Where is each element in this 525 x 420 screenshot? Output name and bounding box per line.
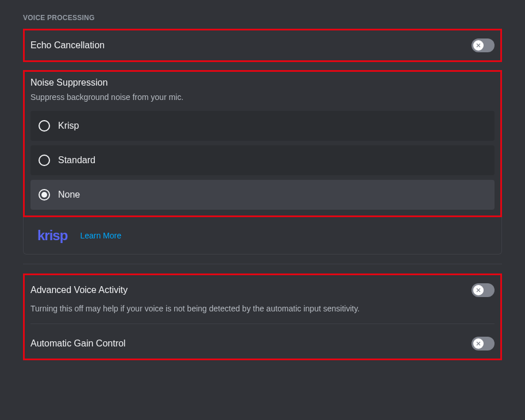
agc-row: Automatic Gain Control [30,334,495,353]
echo-cancellation-toggle[interactable] [472,38,495,52]
radio-option-krisp[interactable]: Krisp [30,111,495,141]
advanced-voice-label: Advanced Voice Activity [30,285,128,295]
section-header: VOICE PROCESSING [23,14,502,22]
krisp-info-row: krisp Learn More [23,217,502,255]
toggle-off-x-icon [474,41,482,49]
toggle-off-x-icon [474,340,482,348]
krisp-learn-more-link[interactable]: Learn More [80,231,121,240]
radio-label-none: None [58,190,80,200]
radio-icon [39,189,50,201]
noise-suppression-subtitle: Suppress background noise from your mic. [30,93,495,102]
radio-icon [39,155,50,166]
advanced-voice-toggle[interactable] [472,283,495,297]
echo-cancellation-label: Echo Cancellation [30,40,105,51]
toggle-off-x-icon [474,286,482,294]
noise-suppression-options: Krisp Standard None [30,111,495,210]
advanced-voice-highlight: Advanced Voice Activity Turning this off… [23,273,502,360]
divider [30,323,495,324]
radio-icon [39,120,50,132]
radio-label-krisp: Krisp [58,121,79,131]
advanced-voice-row: Advanced Voice Activity [30,281,495,299]
noise-suppression-label: Noise Suppression [30,78,495,88]
advanced-voice-subtitle: Turning this off may help if your voice … [30,304,495,313]
radio-label-standard: Standard [58,155,95,165]
agc-label: Automatic Gain Control [30,338,125,349]
radio-option-none[interactable]: None [30,180,495,210]
krisp-logo: krisp [37,228,67,244]
echo-cancellation-row: Echo Cancellation [30,36,495,55]
divider [23,264,502,264]
agc-toggle[interactable] [472,337,495,350]
noise-suppression-highlight: Noise Suppression Suppress background no… [23,70,502,217]
radio-option-standard[interactable]: Standard [30,145,495,175]
echo-cancellation-highlight: Echo Cancellation [23,29,502,62]
